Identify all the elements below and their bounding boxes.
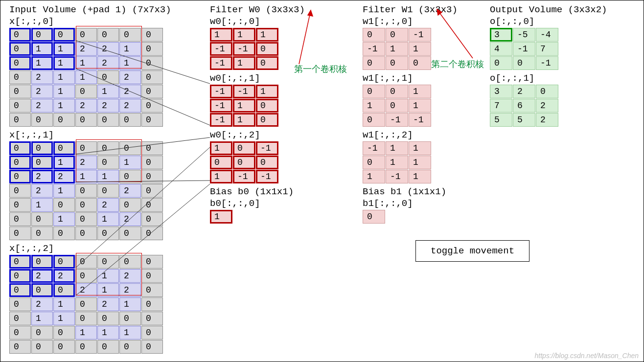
grid-x2-cell: 2 [53,269,75,283]
input-title: Input Volume (+pad 1) (7x7x3) [9,4,171,15]
grid-x2-cell: 0 [9,283,31,297]
grid-x1-cell: 2 [119,212,141,226]
grid-x0-cell: 1 [75,70,97,84]
grid-x0-cell: 0 [97,28,119,42]
grid-x1-cell: 0 [9,212,31,226]
grid-x1-cell: 2 [75,156,97,169]
grid-x0-cell: 2 [75,42,97,56]
grid-o0-cell: 7 [536,42,558,56]
grid-x2-cell: 2 [119,269,141,283]
grid-x2-cell: 0 [31,283,53,297]
grid-x1-cell: 0 [9,170,31,183]
o0-grid: 3-5-44-1700-1 [490,28,607,70]
grid-w01-cell: 1 [233,113,255,127]
grid-w02-cell: 0 [256,156,278,169]
toggle-movement-button[interactable]: toggle movement [415,240,529,262]
grid-x0-cell: 0 [97,113,119,127]
w0-d1-label: w0[:,:,1] [210,73,305,84]
grid-x0-cell: 2 [97,99,119,113]
grid-x2-cell: 0 [53,255,75,269]
grid-x0-cell: 2 [119,99,141,113]
grid-w01-cell: -1 [210,113,232,127]
grid-x0-cell: 0 [9,28,31,42]
grid-x1-cell: 1 [119,156,141,169]
grid-x0-cell: 1 [53,85,75,98]
grid-x0-cell: 1 [53,42,75,56]
grid-w12-cell: 1 [409,170,431,183]
grid-w01-cell: 0 [256,99,278,113]
grid-x2-cell: 0 [119,312,141,325]
grid-x0-cell: 0 [119,28,141,42]
grid-x2-cell: 0 [97,255,119,269]
grid-x2-cell: 1 [75,326,97,339]
grid-x1-cell: 0 [141,156,163,169]
grid-x0-cell: 0 [75,85,97,98]
grid-x1-cell: 0 [31,141,53,155]
output-title: Output Volume (3x3x2) [490,4,607,15]
grid-w10-cell: 0 [409,56,431,70]
grid-x0-cell: 1 [119,42,141,56]
grid-o1-cell: 2 [536,113,558,127]
grid-x0-cell: 0 [97,70,119,84]
grid-x0-cell: 0 [141,42,163,56]
grid-w00-cell: -1 [233,42,255,56]
grid-x1-cell: 2 [31,184,53,198]
grid-x1-cell: 0 [141,212,163,226]
grid-w00-cell: 1 [210,28,232,42]
grid-x0-cell: 0 [141,113,163,127]
grid-o0-cell: -5 [513,28,535,42]
w0-title: Filter W0 (3x3x3) [210,4,305,15]
grid-w00-cell: -1 [210,56,232,70]
grid-x2-cell: 0 [119,340,141,354]
grid-o0-cell: -1 [536,56,558,70]
w1-d2-grid: -1110111-11 [363,141,458,183]
grid-x2-cell: 0 [31,340,53,354]
grid-w00-cell: 1 [256,28,278,42]
grid-x1-cell: 0 [75,141,97,155]
grid-x1-cell: 0 [53,141,75,155]
grid-x0-cell: 0 [31,28,53,42]
grid-x1-cell: 1 [53,184,75,198]
grid-x2-cell: 0 [9,340,31,354]
grid-w00-cell: 0 [256,42,278,56]
grid-x1-cell: 1 [53,156,75,169]
grid-b0-cell: 1 [210,210,232,224]
grid-x1-cell: 0 [119,226,141,240]
grid-w10-cell: 0 [386,28,408,42]
grid-x0-cell: 2 [31,70,53,84]
grid-x2-cell: 0 [75,297,97,311]
grid-x0-cell: 1 [119,56,141,70]
grid-x0-cell: 0 [9,56,31,70]
svg-marker-7 [308,10,313,16]
grid-w11-cell: 1 [363,99,385,113]
grid-x1-cell: 2 [53,170,75,183]
grid-x2-cell: 0 [97,312,119,325]
grid-x2-cell: 0 [119,255,141,269]
grid-x2-cell: 0 [9,255,31,269]
grid-x2-cell: 2 [31,269,53,283]
input-column: Input Volume (+pad 1) (7x7x3) x[:,:,0] 0… [9,4,171,354]
grid-x2-cell: 0 [75,312,97,325]
bias0-title: Bias b0 (1x1x1) [210,186,305,197]
grid-x1-cell: 0 [141,198,163,212]
grid-x2-cell: 0 [53,340,75,354]
grid-x2-cell: 0 [9,326,31,339]
grid-x1-cell: 0 [9,141,31,155]
grid-w11-cell: -1 [409,113,431,127]
grid-w02-cell: 1 [210,170,232,183]
grid-x2-cell: 2 [31,297,53,311]
grid-w12-cell: 1 [363,170,385,183]
grid-x0-cell: 0 [119,113,141,127]
grid-x1-cell: 0 [97,184,119,198]
grid-x2-cell: 0 [31,255,53,269]
grid-w00-cell: 0 [256,56,278,70]
grid-x2-cell: 1 [119,326,141,339]
grid-w11-cell: 1 [409,85,431,98]
grid-o1-cell: 2 [513,85,535,98]
grid-x0-cell: 0 [9,99,31,113]
grid-x0-cell: 1 [53,70,75,84]
input-grid-x2: 0000000022012000021200210210011000000011… [9,255,171,354]
grid-x2-cell: 0 [9,312,31,325]
grid-x2-cell: 0 [31,326,53,339]
grid-x0-cell: 0 [75,113,97,127]
